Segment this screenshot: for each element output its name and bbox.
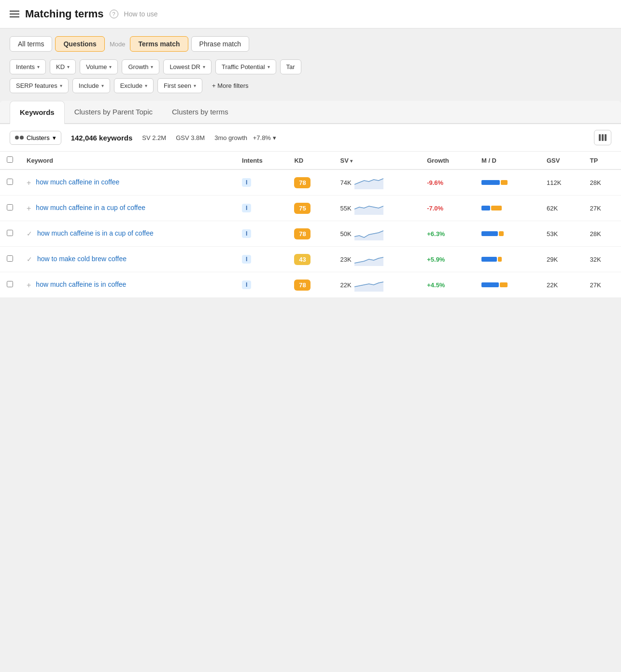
kd-cell: 78 [287, 169, 333, 196]
tp-value: 27K [590, 281, 601, 289]
help-icon[interactable]: ? [110, 10, 118, 18]
gsv-cell: 22K [540, 272, 583, 298]
filter-growth[interactable]: Growth ▾ [122, 59, 159, 74]
check-icon[interactable]: ✓ [27, 255, 32, 263]
intent-cell: I [235, 221, 287, 247]
header-sv[interactable]: SV ▾ [334, 152, 421, 169]
sv-value: 74K [340, 179, 352, 186]
columns-icon-button[interactable] [594, 130, 611, 145]
check-icon[interactable]: ✓ [27, 230, 32, 238]
chevron-down-icon: ▾ [53, 134, 56, 141]
row-checkbox[interactable] [7, 204, 13, 210]
keyword-link[interactable]: how much caffeine in a cup of coffee [36, 203, 145, 213]
chevron-down-icon: ▾ [203, 64, 205, 70]
table-row: + how much caffeine in a cup of coffee I… [0, 196, 621, 221]
intent-cell: I [235, 247, 287, 272]
clusters-dropdown-button[interactable]: Clusters ▾ [10, 131, 61, 145]
row-checkbox-cell [0, 247, 20, 272]
kd-cell: 43 [287, 247, 333, 272]
sv-value: 50K [340, 230, 352, 238]
tp-value: 32K [590, 256, 601, 263]
keywords-table: Keyword Intents KD SV ▾ Growth [0, 152, 621, 297]
growth-value: +5.9% [427, 256, 445, 263]
add-icon[interactable]: + [27, 179, 31, 187]
tab-keywords[interactable]: Keywords [10, 101, 65, 124]
tab-clusters-terms[interactable]: Clusters by terms [162, 101, 238, 124]
growth-stat[interactable]: 3mo growth +7.8% ▾ [214, 134, 276, 141]
sparkline-chart [354, 176, 383, 189]
intent-badge: I [242, 255, 251, 264]
sparkline-chart [354, 227, 383, 240]
tab-clusters-parent[interactable]: Clusters by Parent Topic [65, 101, 162, 124]
sort-down-icon: ▾ [350, 158, 353, 164]
svg-rect-2 [605, 134, 607, 141]
keyword-cell: + how much caffeine in coffee [20, 169, 235, 196]
keyword-cell: ✓ how to make cold brew coffee [20, 247, 235, 272]
desktop-bar [499, 231, 504, 236]
chevron-down-icon: ▾ [151, 64, 153, 70]
tp-cell: 32K [583, 247, 621, 272]
filter-volume[interactable]: Volume ▾ [80, 59, 118, 74]
kd-badge: 43 [294, 254, 310, 265]
filter-include[interactable]: Include ▾ [72, 78, 110, 93]
kd-cell: 78 [287, 221, 333, 247]
growth-cell: +6.3% [420, 221, 475, 247]
kd-badge: 78 [294, 177, 310, 188]
columns-icon [598, 133, 607, 142]
md-cell [475, 272, 540, 298]
filter-serp-features[interactable]: SERP features ▾ [10, 78, 69, 93]
keyword-link[interactable]: how much caffeine in coffee [36, 178, 119, 187]
gsv-cell: 29K [540, 247, 583, 272]
intent-badge: I [242, 204, 251, 212]
filter-intents[interactable]: Intents ▾ [10, 59, 46, 74]
sv-value: 23K [340, 256, 352, 263]
sv-cell: 22K [334, 272, 421, 298]
row-checkbox[interactable] [7, 179, 13, 185]
menu-icon[interactable] [10, 11, 19, 17]
stats-row: Clusters ▾ 142,046 keywords SV 2.2M GSV … [0, 124, 621, 152]
svg-rect-1 [602, 134, 604, 141]
tab-phrase-match[interactable]: Phrase match [191, 36, 249, 52]
filter-traffic-potential[interactable]: Traffic Potential ▾ [215, 59, 276, 74]
intent-cell: I [235, 272, 287, 298]
keyword-cell: + how much caffeine is in coffee [20, 272, 235, 298]
chevron-down-icon: ▾ [268, 64, 270, 70]
monthly-bar [481, 206, 490, 210]
row-checkbox-cell [0, 196, 20, 221]
tp-value: 28K [590, 230, 601, 238]
chevron-down-icon: ▾ [273, 134, 276, 141]
filter-lowest-dr[interactable]: Lowest DR ▾ [163, 59, 212, 74]
more-filters-button[interactable]: + More filters [206, 78, 254, 93]
how-to-use-link[interactable]: How to use [124, 10, 158, 18]
filter-exclude[interactable]: Exclude ▾ [114, 78, 154, 93]
tab-all-terms[interactable]: All terms [10, 36, 52, 52]
row-checkbox[interactable] [7, 230, 13, 236]
row-checkbox[interactable] [7, 255, 13, 262]
growth-value: +4.5% [427, 281, 445, 289]
header-tp: TP [583, 152, 621, 169]
gsv-cell: 53K [540, 221, 583, 247]
page-title: Matching terms [25, 8, 104, 20]
add-icon[interactable]: + [27, 204, 31, 213]
intent-badge: I [242, 178, 251, 187]
select-all-checkbox[interactable] [7, 156, 13, 163]
keyword-link[interactable]: how much caffeine is in coffee [36, 280, 126, 290]
add-icon[interactable]: + [27, 281, 31, 290]
header-md: M / D [475, 152, 540, 169]
gsv-stat: GSV 3.8M [176, 134, 205, 141]
filter-tar[interactable]: Tar [280, 59, 301, 74]
kd-badge: 78 [294, 280, 310, 291]
filter-kd[interactable]: KD ▾ [50, 59, 76, 74]
keyword-cell: ✓ how much caffeine is in a cup of coffe… [20, 221, 235, 247]
tab-questions[interactable]: Questions [55, 36, 104, 52]
keyword-link[interactable]: how much caffeine is in a cup of coffee [37, 229, 154, 238]
monthly-bar [481, 231, 498, 236]
filter-first-seen[interactable]: First seen ▾ [157, 78, 202, 93]
row-checkbox[interactable] [7, 281, 13, 287]
intent-cell: I [235, 169, 287, 196]
chevron-down-icon: ▾ [194, 83, 196, 88]
md-cell [475, 196, 540, 221]
tab-terms-match[interactable]: Terms match [130, 36, 188, 52]
keyword-link[interactable]: how to make cold brew coffee [37, 254, 127, 264]
tp-cell: 27K [583, 272, 621, 298]
